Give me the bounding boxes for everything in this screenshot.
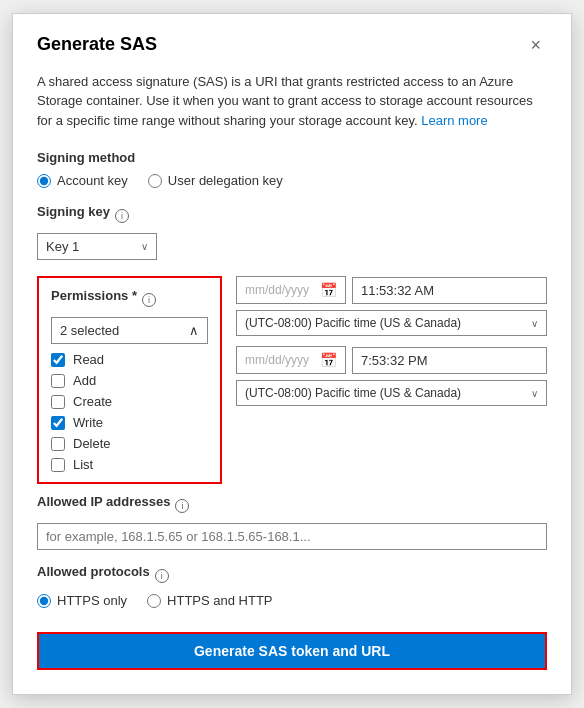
expiry-tz-chevron: ∨ xyxy=(531,388,538,399)
generate-sas-dialog: Generate SAS × A shared access signature… xyxy=(12,13,572,696)
expiry-timezone-dropdown[interactable]: (UTC-08:00) Pacific time (US & Canada) ∨ xyxy=(236,380,547,406)
description-text: A shared access signature (SAS) is a URI… xyxy=(37,72,547,131)
protocols-radio-group: HTTPS only HTTPS and HTTP xyxy=(37,593,547,608)
user-delegation-option[interactable]: User delegation key xyxy=(148,173,283,188)
permissions-label: Permissions * xyxy=(51,288,137,303)
expiry-date-input[interactable]: mm/dd/yyyy 📅 xyxy=(236,346,346,374)
start-timezone-dropdown[interactable]: (UTC-08:00) Pacific time (US & Canada) ∨ xyxy=(236,310,547,336)
https-http-label[interactable]: HTTPS and HTTP xyxy=(167,593,272,608)
write-checkbox[interactable] xyxy=(51,416,65,430)
allowed-protocols-label-row: Allowed protocols i xyxy=(37,564,547,587)
expiry-time-input[interactable]: 7:53:32 PM xyxy=(352,347,547,374)
permissions-dates-area: Permissions * i 2 selected ∧ Read Add Cr xyxy=(37,276,547,484)
signing-key-value: Key 1 xyxy=(46,239,79,254)
list-checkbox[interactable] xyxy=(51,458,65,472)
delete-checkbox[interactable] xyxy=(51,437,65,451)
user-delegation-label[interactable]: User delegation key xyxy=(168,173,283,188)
signing-key-dropdown[interactable]: Key 1 ∨ xyxy=(37,233,157,260)
dialog-title: Generate SAS xyxy=(37,34,157,55)
start-date-row: mm/dd/yyyy 📅 11:53:32 AM xyxy=(236,276,547,304)
delete-label[interactable]: Delete xyxy=(73,436,111,451)
close-button[interactable]: × xyxy=(524,34,547,56)
create-label[interactable]: Create xyxy=(73,394,112,409)
allowed-ip-label-row: Allowed IP addresses i xyxy=(37,494,547,517)
allowed-protocols-info-icon[interactable]: i xyxy=(155,569,169,583)
allowed-protocols-label: Allowed protocols xyxy=(37,564,150,579)
permissions-label-row: Permissions * i xyxy=(51,288,208,311)
allowed-ip-section: Allowed IP addresses i xyxy=(37,494,547,550)
start-timezone-value: (UTC-08:00) Pacific time (US & Canada) xyxy=(245,316,461,330)
user-delegation-radio[interactable] xyxy=(148,174,162,188)
account-key-radio[interactable] xyxy=(37,174,51,188)
expiry-date-row: mm/dd/yyyy 📅 7:53:32 PM xyxy=(236,346,547,374)
dialog-header: Generate SAS × xyxy=(37,34,547,56)
permissions-chevron-up: ∧ xyxy=(189,323,199,338)
generate-sas-button[interactable]: Generate SAS token and URL xyxy=(37,632,547,670)
expiry-timezone-value: (UTC-08:00) Pacific time (US & Canada) xyxy=(245,386,461,400)
https-only-radio[interactable] xyxy=(37,594,51,608)
https-http-option[interactable]: HTTPS and HTTP xyxy=(147,593,272,608)
permission-create[interactable]: Create xyxy=(51,394,208,409)
signing-key-chevron: ∨ xyxy=(141,241,148,252)
permission-list[interactable]: List xyxy=(51,457,208,472)
list-label[interactable]: List xyxy=(73,457,93,472)
add-checkbox[interactable] xyxy=(51,374,65,388)
permission-read[interactable]: Read xyxy=(51,352,208,367)
permission-add[interactable]: Add xyxy=(51,373,208,388)
allowed-ip-input[interactable] xyxy=(37,523,547,550)
signing-key-info-icon[interactable]: i xyxy=(115,209,129,223)
signing-method-radio-group: Account key User delegation key xyxy=(37,173,547,188)
signing-key-label: Signing key xyxy=(37,204,110,219)
signing-method-label: Signing method xyxy=(37,150,547,165)
https-only-label[interactable]: HTTPS only xyxy=(57,593,127,608)
permissions-dropdown[interactable]: 2 selected ∧ xyxy=(51,317,208,344)
allowed-ip-label: Allowed IP addresses xyxy=(37,494,170,509)
account-key-label[interactable]: Account key xyxy=(57,173,128,188)
https-http-radio[interactable] xyxy=(147,594,161,608)
signing-key-section: Signing key i Key 1 ∨ xyxy=(37,204,547,260)
learn-more-link[interactable]: Learn more xyxy=(421,113,487,128)
start-timezone-row: (UTC-08:00) Pacific time (US & Canada) ∨ xyxy=(236,310,547,336)
permissions-info-icon[interactable]: i xyxy=(142,293,156,307)
create-checkbox[interactable] xyxy=(51,395,65,409)
start-tz-chevron: ∨ xyxy=(531,318,538,329)
expiry-calendar-icon[interactable]: 📅 xyxy=(320,352,337,368)
signing-method-section: Signing method Account key User delegati… xyxy=(37,150,547,188)
add-label[interactable]: Add xyxy=(73,373,96,388)
https-only-option[interactable]: HTTPS only xyxy=(37,593,127,608)
dates-panel: mm/dd/yyyy 📅 11:53:32 AM (UTC-08:00) Pac… xyxy=(222,276,547,416)
account-key-option[interactable]: Account key xyxy=(37,173,128,188)
write-label[interactable]: Write xyxy=(73,415,103,430)
allowed-protocols-section: Allowed protocols i HTTPS only HTTPS and… xyxy=(37,564,547,608)
permissions-selected-text: 2 selected xyxy=(60,323,119,338)
expiry-timezone-row: (UTC-08:00) Pacific time (US & Canada) ∨ xyxy=(236,380,547,406)
permissions-section: Permissions * i 2 selected ∧ Read Add Cr xyxy=(37,276,222,484)
start-time-input[interactable]: 11:53:32 AM xyxy=(352,277,547,304)
start-calendar-icon[interactable]: 📅 xyxy=(320,282,337,298)
signing-key-label-row: Signing key i xyxy=(37,204,547,227)
read-label[interactable]: Read xyxy=(73,352,104,367)
permission-write[interactable]: Write xyxy=(51,415,208,430)
start-date-input[interactable]: mm/dd/yyyy 📅 xyxy=(236,276,346,304)
read-checkbox[interactable] xyxy=(51,353,65,367)
permission-delete[interactable]: Delete xyxy=(51,436,208,451)
permissions-checkbox-list: Read Add Create Write Delete xyxy=(51,352,208,472)
allowed-ip-info-icon[interactable]: i xyxy=(175,499,189,513)
